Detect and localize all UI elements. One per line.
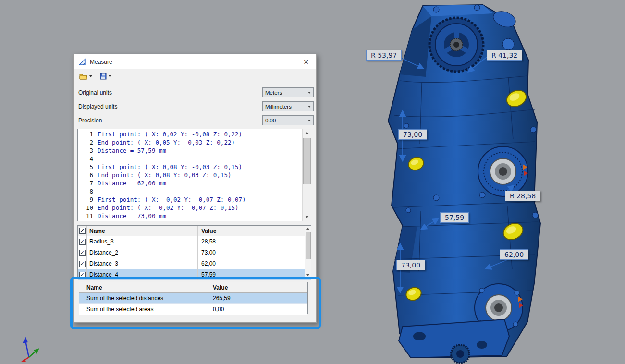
dim-label-distance-62-00[interactable]: 62,00 [500, 249, 528, 260]
displayed-units-label: Displayed units [78, 103, 117, 110]
precision-value: 0.00 [265, 118, 276, 123]
measure-dialog: Measure ✕ Original units [73, 54, 317, 323]
close-button[interactable]: ✕ [301, 57, 311, 67]
select-all-checkbox[interactable] [79, 228, 86, 234]
log-line: 3Distance = 57,59 mm [78, 146, 311, 155]
scroll-up-arrow[interactable] [303, 129, 311, 137]
chevron-down-icon [308, 120, 311, 121]
column-header-value[interactable]: Value [198, 226, 311, 236]
scroll-down-arrow[interactable] [303, 213, 311, 221]
dim-label-radius-41-32[interactable]: R 41,32 [487, 50, 522, 61]
table-row-distance-3[interactable]: Distance_3 62,00 [78, 258, 311, 269]
column-header-name[interactable]: Name [79, 282, 209, 292]
log-line: 6End point: ( X: 0,08 Y: 0,03 Z: 0,15) [78, 171, 311, 179]
measure-icon [78, 58, 86, 66]
y-axis-arrow [20, 357, 29, 362]
dialog-title: Measure [90, 59, 112, 65]
row-checkbox[interactable] [79, 261, 86, 267]
summary-row-distances[interactable]: Sum of the selected distances 265,59 [79, 293, 307, 304]
column-header-name[interactable]: Name [87, 226, 198, 236]
dim-label-distance-73-lower[interactable]: 73,00 [396, 260, 425, 270]
open-results-button[interactable] [78, 72, 94, 81]
measurements-table-header: Name Value [78, 226, 311, 236]
save-dropdown-caret[interactable] [109, 75, 111, 77]
precision-label: Precision [78, 117, 102, 124]
chevron-down-icon [308, 92, 311, 94]
dim-label-radius-53-97[interactable]: R 53,97 [366, 50, 402, 61]
log-line: 11Distance = 73,00 mm [78, 212, 311, 220]
original-units-label: Original units [78, 89, 112, 96]
top-gear-flange [429, 18, 483, 72]
log-line: 10End point: ( X: -0,02 Y: -0,07 Z: 0,15… [78, 204, 311, 212]
column-header-value[interactable]: Value [209, 282, 307, 292]
original-units-value: Meters [265, 90, 282, 96]
log-scrollbar[interactable] [302, 129, 311, 221]
log-line: 1First point: ( X: 0,02 Y: -0,08 Z: 0,22… [78, 130, 311, 138]
scroll-down-arrow[interactable] [305, 272, 311, 278]
save-icon [100, 73, 107, 80]
log-line: 8------------------- [78, 187, 311, 195]
scroll-thumb[interactable] [303, 138, 311, 184]
log-line: 7Distance = 62,00 mm [78, 179, 311, 187]
table-row-distance-2[interactable]: Distance_2 73,00 [78, 247, 311, 258]
dialog-titlebar[interactable]: Measure ✕ [74, 54, 316, 69]
bearing-bore-upper [478, 146, 528, 196]
row-checkbox[interactable] [79, 272, 86, 278]
scroll-thumb[interactable] [306, 232, 311, 259]
scroll-up-arrow[interactable] [305, 226, 311, 231]
dialog-toolbar [74, 69, 316, 84]
log-line: 5First point: ( X: 0,08 Y: -0,03 Z: 0,15… [78, 163, 311, 171]
table-scrollbar[interactable] [305, 226, 311, 278]
row-checkbox[interactable] [79, 250, 86, 256]
summary-table: Name Value Sum of the selected distances… [79, 282, 308, 314]
original-units-select[interactable]: Meters [262, 87, 314, 97]
application-window: R 53,97 R 41,32 73,00 R 28,58 57,59 62,0… [0, 0, 625, 364]
measurement-log[interactable]: 1First point: ( X: 0,02 Y: -0,08 Z: 0,22… [77, 129, 311, 221]
dim-label-distance-57-59[interactable]: 57,59 [440, 212, 469, 223]
open-dropdown-caret[interactable] [89, 75, 92, 77]
dim-label-radius-28-58[interactable]: R 28,58 [505, 191, 540, 201]
dim-label-distance-73-upper[interactable]: 73,00 [398, 129, 427, 140]
log-line: 9First point: ( X: -0,02 Y: -0,07 Z: 0,0… [78, 195, 311, 204]
displayed-units-value: Millimeters [265, 104, 292, 109]
save-results-button[interactable] [98, 72, 113, 81]
chevron-down-icon [308, 106, 311, 108]
displayed-units-select[interactable]: Millimeters [262, 101, 314, 111]
x-axis-arrow [29, 348, 39, 357]
folder-open-icon [79, 73, 87, 80]
table-row-radius-3[interactable]: Radius_3 28,58 [78, 236, 311, 247]
log-line: 4------------------- [78, 155, 311, 163]
row-checkbox[interactable] [79, 239, 86, 245]
orientation-triad[interactable] [18, 335, 40, 362]
precision-select[interactable]: 0.00 [262, 115, 314, 125]
table-row-distance-4[interactable]: Distance_4 57,59 [78, 269, 311, 280]
measurements-table: Name Value Radius_3 28,58 Distance_2 73,… [77, 225, 311, 279]
log-line: 2End point: ( X: 0,05 Y: -0,03 Z: 0,22) [78, 138, 311, 146]
summary-table-header: Name Value [79, 282, 307, 293]
summary-row-areas[interactable]: Sum of the selected areas 0,00 [79, 304, 307, 315]
z-axis-arrow [23, 337, 29, 357]
